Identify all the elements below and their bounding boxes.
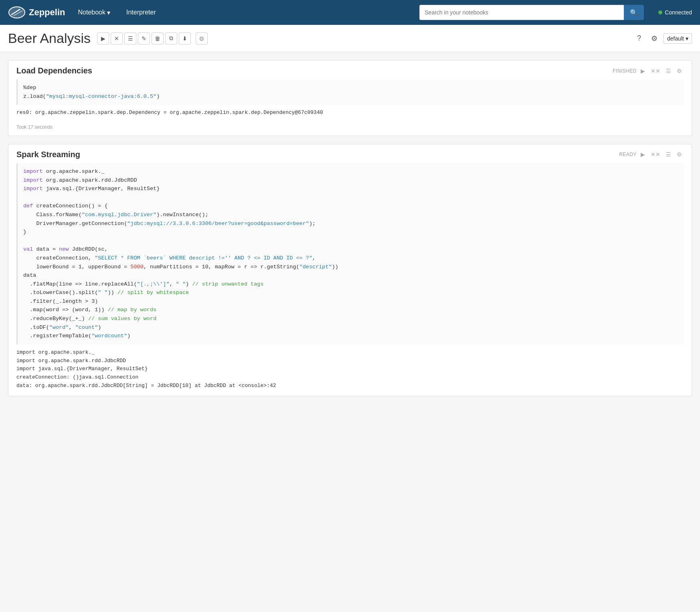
cell-load-dependencies: Load Dependencies FINISHED ▶ ✕✕ ☰ ⚙ %dep… <box>8 60 692 136</box>
code-line-5: import java.sql.{DriverManager, ResultSe… <box>23 184 678 193</box>
main-content: Load Dependencies FINISHED ▶ ✕✕ ☰ ⚙ %dep… <box>0 52 700 404</box>
code-line-20: .registerTempTable("wordcount") <box>23 332 678 340</box>
page-title: Beer Analysis <box>8 30 91 46</box>
cell-1-collapse-btn[interactable]: ✕✕ <box>649 67 662 75</box>
chevron-down-icon: ▾ <box>686 35 688 42</box>
code-line-16: .filter(_.length > 3) <box>23 297 678 306</box>
code-line-8: DriverManager.getConnection("jdbc:mysql:… <box>23 219 678 228</box>
code-line-15: .toLowerCase().split(" ")) // split by w… <box>23 288 678 297</box>
notebook-toolbar: ▶ ✕ ☰ ✎ 🗑 ⧉ ⬇ ⊙ <box>97 32 208 45</box>
search-button[interactable]: 🔍 <box>624 5 644 20</box>
scheduler-btn[interactable]: ⊙ <box>196 32 208 45</box>
cell-1-took: Took 17 seconds <box>8 123 692 136</box>
cell-2-run-btn[interactable]: ▶ <box>639 150 647 158</box>
code-line-19: .toDF("word", "count") <box>23 323 678 332</box>
cell-1-show-code-btn[interactable]: ☰ <box>664 67 673 75</box>
cell-1-title: Load Dependencies <box>16 66 92 75</box>
zeppelin-logo-icon <box>8 5 26 20</box>
help-btn[interactable]: ? <box>633 32 645 45</box>
cell-1-run-btn[interactable]: ▶ <box>639 67 647 75</box>
settings-btn[interactable]: ⚙ <box>648 32 660 45</box>
interpreter-dropdown[interactable]: default ▾ <box>664 33 692 44</box>
title-bar: Beer Analysis ▶ ✕ ☰ ✎ 🗑 ⧉ ⬇ ⊙ ? ⚙ defaul… <box>0 25 700 52</box>
logo-text: Zeppelin <box>29 7 65 18</box>
code-line-3: import org.apache.spark._ <box>23 167 678 176</box>
cell-2-collapse-btn[interactable]: ✕✕ <box>649 150 662 158</box>
cell-2-header: Spark Streaming READY ▶ ✕✕ ☰ ⚙ <box>8 144 692 163</box>
interpreter-label: default <box>667 35 684 42</box>
connected-dot <box>658 10 662 14</box>
cell-1-output-text: res0: org.apache.zeppelin.spark.dep.Depe… <box>16 109 323 116</box>
output-line-3: import java.sql.{DriverManager, ResultSe… <box>16 365 684 373</box>
notebook-menu-btn[interactable]: Notebook ▾ <box>75 7 113 18</box>
connection-status: Connected <box>658 9 692 16</box>
run-all-btn[interactable]: ▶ <box>97 32 109 45</box>
code-line-13: data <box>23 271 678 280</box>
output-line-4: createConnection: ()java.sql.Connection <box>16 373 684 382</box>
cell-2-status: READY <box>619 152 637 157</box>
cell-1-output: res0: org.apache.zeppelin.spark.dep.Depe… <box>8 105 692 123</box>
output-line-2: import org.apache.spark.rdd.JdbcRDD <box>16 357 684 365</box>
collapse-all-btn[interactable]: ✕ <box>111 32 123 45</box>
code-line-14: .flatMap(line => line.replaceAll("[.,;\\… <box>23 280 678 289</box>
interpreter-menu-btn[interactable]: Interpreter <box>123 7 159 18</box>
edit-btn[interactable]: ✎ <box>138 32 150 45</box>
export-btn[interactable]: ⬇ <box>179 32 191 45</box>
cell-2-settings-btn[interactable]: ⚙ <box>675 150 684 158</box>
cell-2-code: import org.apache.spark._ import org.apa… <box>16 163 684 345</box>
search-input[interactable] <box>419 5 624 20</box>
app-header: Zeppelin Notebook ▾ Interpreter 🔍 Connec… <box>0 0 700 25</box>
code-line-11: createConnection, "SELECT * FROM `beers`… <box>23 254 678 263</box>
code-line-10: val data = new JdbcRDD(sc, <box>23 245 678 254</box>
code-line-7: Class.forName("com.mysql.jdbc.Driver").n… <box>23 211 678 219</box>
cell-1-settings-btn[interactable]: ⚙ <box>675 67 684 75</box>
clone-btn[interactable]: ⧉ <box>165 32 177 45</box>
show-code-btn[interactable]: ☰ <box>124 32 136 45</box>
logo-area: Zeppelin <box>8 5 65 20</box>
connected-label: Connected <box>665 9 692 16</box>
code-line-17: .map(word => (word, 1)) // map by words <box>23 306 678 314</box>
code-line-6: def createConnection() = { <box>23 202 678 211</box>
cell-1-controls: FINISHED ▶ ✕✕ ☰ ⚙ <box>613 67 684 75</box>
cell-1-header: Load Dependencies FINISHED ▶ ✕✕ ☰ ⚙ <box>8 61 692 79</box>
cell-spark-streaming: Spark Streaming READY ▶ ✕✕ ☰ ⚙ import or… <box>8 144 692 396</box>
code-line-2: z.load("mysql:mysql-connector-java:6.0.5… <box>23 92 678 101</box>
output-line-1: import org.apache.spark._ <box>16 349 684 357</box>
cell-1-status: FINISHED <box>613 68 637 74</box>
output-line-5: data: org.apache.spark.rdd.JdbcRDD[Strin… <box>16 382 684 390</box>
right-toolbar: ? ⚙ default ▾ <box>633 32 692 45</box>
search-area: 🔍 <box>419 5 644 20</box>
delete-btn[interactable]: 🗑 <box>152 32 164 45</box>
cell-2-output: import org.apache.spark._ import org.apa… <box>8 345 692 396</box>
cell-2-title: Spark Streaming <box>16 150 80 159</box>
code-line-1: %dep <box>23 83 678 92</box>
code-line-12: lowerBound = 1, upperBound = 5000, numPa… <box>23 263 678 272</box>
cell-2-show-code-btn[interactable]: ☰ <box>664 150 673 158</box>
cell-1-code: %dep z.load("mysql:mysql-connector-java:… <box>16 79 684 105</box>
cell-2-controls: READY ▶ ✕✕ ☰ ⚙ <box>619 150 684 158</box>
code-line-18: .reduceByKey(_+_) // sum values by word <box>23 314 678 323</box>
code-line-4: import org.apache.spark.rdd.JdbcRDD <box>23 176 678 185</box>
code-line-9: } <box>23 228 678 237</box>
